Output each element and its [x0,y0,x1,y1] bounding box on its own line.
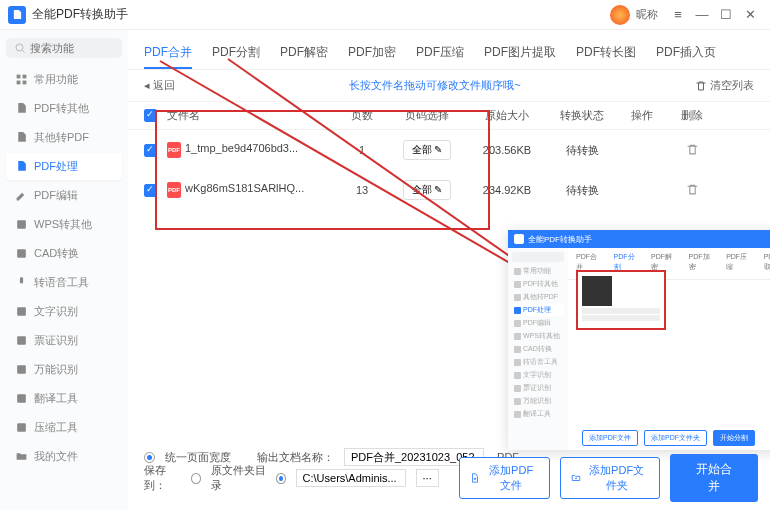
sidebar-item-pdf-edit[interactable]: PDF编辑 [6,182,122,209]
mini-footer: 添加PDF文件 添加PDF文件夹 开始分割 [576,430,770,446]
svg-rect-7 [17,307,26,316]
table-row: PDF1_tmp_be9d4706bd3... 1 全部 ✎ 203.56KB … [128,130,770,170]
mini-side-item[interactable]: 票证识别 [512,382,564,394]
svg-rect-10 [17,394,26,403]
sidebar-item-pdf-process[interactable]: PDF处理 [6,153,122,180]
row-checkbox[interactable] [144,144,157,157]
plus-folder-icon [571,472,581,484]
back-button[interactable]: ◂ 返回 [144,78,175,93]
tab-compress[interactable]: PDF压缩 [416,38,464,69]
col-status: 转换状态 [547,108,617,123]
col-size: 原始大小 [467,108,547,123]
search-box[interactable] [6,38,122,58]
sidebar-item-compress[interactable]: 压缩工具 [6,414,122,441]
svg-rect-4 [22,81,26,85]
mini-search[interactable] [512,252,564,262]
mini-sidebar: 常用功能 PDF转其他 其他转PDF PDF处理 PDF编辑 WPS转其他 CA… [508,248,568,450]
status-badge: 待转换 [547,183,617,198]
sidebar-item-common[interactable]: 常用功能 [6,66,122,93]
mini-title: 全能PDF转换助手 [528,234,592,245]
mini-start-button[interactable]: 开始分割 [713,430,755,446]
file-name: PDF1_tmp_be9d4706bd3... [167,142,337,158]
add-file-button[interactable]: 添加PDF文件 [459,457,550,499]
sidebar-item-wps[interactable]: WPS转其他 [6,211,122,238]
app-title: 全能PDF转换助手 [32,6,128,23]
clear-list-button[interactable]: 清空列表 [695,78,754,93]
page-select-button[interactable]: 全部 ✎ [403,140,452,160]
search-icon [14,42,26,54]
avatar[interactable] [610,5,630,25]
sidebar-item-label: 我的文件 [34,449,78,464]
page-count: 1 [337,144,387,156]
mini-tab[interactable]: PDF图片提取 [764,252,770,275]
mini-thumbnail [582,276,612,306]
tab-encrypt[interactable]: PDF加密 [348,38,396,69]
sidebar-item-cad[interactable]: CAD转换 [6,240,122,267]
trash-icon [695,80,707,92]
toolbar: ◂ 返回 长按文件名拖动可修改文件顺序哦~ 清空列表 [128,70,770,101]
sidebar-item-label: 常用功能 [34,72,78,87]
mini-side-item[interactable]: 翻译工具 [512,408,564,420]
mini-side-item[interactable]: CAD转换 [512,343,564,355]
sidebar-item-label: 票证识别 [34,333,78,348]
tab-to-long-img[interactable]: PDF转长图 [576,38,636,69]
sidebar-item-audio[interactable]: 转语音工具 [6,269,122,296]
mini-side-item[interactable]: 文字识别 [512,369,564,381]
tab-insert-page[interactable]: PDF插入页 [656,38,716,69]
tab-merge[interactable]: PDF合并 [144,38,192,69]
pdf-file-icon: PDF [167,142,181,158]
tab-decrypt[interactable]: PDF解密 [280,38,328,69]
select-all-checkbox[interactable] [144,109,157,122]
svg-rect-11 [17,423,26,432]
sidebar-item-universal[interactable]: 万能识别 [6,356,122,383]
browse-button[interactable]: ··· [416,469,439,487]
delete-row-button[interactable] [667,143,717,158]
sidebar-item-label: PDF编辑 [34,188,78,203]
sidebar-item-pdf-to-other[interactable]: PDF转其他 [6,95,122,122]
tab-split[interactable]: PDF分割 [212,38,260,69]
page-select-button[interactable]: 全部 ✎ [403,180,452,200]
minimize-icon[interactable]: — [690,3,714,27]
tab-extract-img[interactable]: PDF图片提取 [484,38,556,69]
add-folder-button[interactable]: 添加PDF文件夹 [560,457,660,499]
start-merge-button[interactable]: 开始合并 [670,454,758,502]
mini-add-folder-button[interactable]: 添加PDF文件夹 [644,430,707,446]
file-size: 203.56KB [467,144,547,156]
row-checkbox[interactable] [144,184,157,197]
mini-side-item[interactable]: PDF处理 [512,304,564,316]
save-path-input[interactable] [296,469,406,487]
search-input[interactable] [30,42,110,54]
col-pages: 页数 [337,108,387,123]
sidebar-item-translate[interactable]: 翻译工具 [6,385,122,412]
pdf-file-icon: PDF [167,182,181,198]
file-name: PDFwKg86mS181SARlHQ... [167,182,337,198]
table-row: PDFwKg86mS181SARlHQ... 13 全部 ✎ 234.92KB … [128,170,770,210]
mini-side-item[interactable]: WPS转其他 [512,330,564,342]
sidebar-item-myfiles[interactable]: 我的文件 [6,443,122,470]
maximize-icon[interactable]: ☐ [714,3,738,27]
mini-side-item[interactable]: 常用功能 [512,265,564,277]
sidebar: 常用功能 PDF转其他 其他转PDF PDF处理 PDF编辑 WPS转其他 CA… [0,30,128,510]
mini-logo [514,234,524,244]
delete-row-button[interactable] [667,183,717,198]
mini-side-item[interactable]: 转语音工具 [512,356,564,368]
sidebar-item-label: PDF转其他 [34,101,89,116]
mini-tab[interactable]: PDF压缩 [726,252,754,275]
sidebar-item-receipt[interactable]: 票证识别 [6,327,122,354]
sidebar-item-other-to-pdf[interactable]: 其他转PDF [6,124,122,151]
table-header: 文件名 页数 页码选择 原始大小 转换状态 操作 删除 [128,101,770,130]
mini-side-item[interactable]: PDF编辑 [512,317,564,329]
mini-window: 全能PDF转换助手 登录 ≡ — ☐ ✕ 常用功能 PDF转其他 其他转PDF … [508,230,770,450]
svg-rect-2 [22,75,26,79]
save-custom-radio[interactable] [276,473,286,484]
save-origin-radio[interactable] [191,473,201,484]
mini-side-item[interactable]: PDF转其他 [512,278,564,290]
mini-side-item[interactable]: 其他转PDF [512,291,564,303]
sidebar-item-ocr[interactable]: 文字识别 [6,298,122,325]
menu-icon[interactable]: ≡ [666,3,690,27]
mini-add-file-button[interactable]: 添加PDF文件 [582,430,638,446]
close-icon[interactable]: ✕ [738,3,762,27]
sidebar-item-label: CAD转换 [34,246,79,261]
mini-tab[interactable]: PDF加密 [689,252,717,275]
mini-side-item[interactable]: 万能识别 [512,395,564,407]
